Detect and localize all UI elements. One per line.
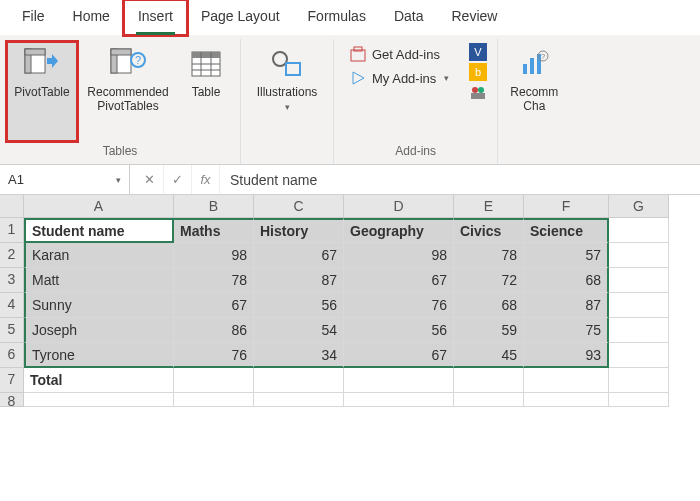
get-addins-button[interactable]: Get Add-ins <box>344 43 455 65</box>
my-addins-button[interactable]: My Add-ins ▾ <box>344 67 455 89</box>
tab-review[interactable]: Review <box>438 0 512 35</box>
cell-C4[interactable]: 56 <box>254 293 344 318</box>
cell-B4[interactable]: 67 <box>174 293 254 318</box>
cell-E6[interactable]: 45 <box>454 343 524 368</box>
cell-C5[interactable]: 54 <box>254 318 344 343</box>
cell-F1[interactable]: Science <box>524 218 609 243</box>
pivottable-button[interactable]: PivotTable <box>6 41 78 142</box>
name-box-value: A1 <box>8 172 24 187</box>
col-head-E[interactable]: E <box>454 195 524 218</box>
name-box[interactable]: A1 ▾ <box>0 165 130 194</box>
cell-D5[interactable]: 56 <box>344 318 454 343</box>
cell-E4[interactable]: 68 <box>454 293 524 318</box>
cell-A6[interactable]: Tyrone <box>24 343 174 368</box>
cell-G2[interactable] <box>609 243 669 268</box>
tab-home[interactable]: Home <box>59 0 124 35</box>
tab-insert[interactable]: Insert <box>124 0 187 35</box>
spreadsheet-grid[interactable]: A B C D E F G 1 Student name Maths Histo… <box>0 195 700 407</box>
cell-F7[interactable] <box>524 368 609 393</box>
cell-G6[interactable] <box>609 343 669 368</box>
row-head-6[interactable]: 6 <box>0 343 24 368</box>
cell-G5[interactable] <box>609 318 669 343</box>
cell-G7[interactable] <box>609 368 669 393</box>
cell-D2[interactable]: 98 <box>344 243 454 268</box>
group-addins-label: Add-ins <box>395 142 436 162</box>
cell-D6[interactable]: 67 <box>344 343 454 368</box>
col-head-D[interactable]: D <box>344 195 454 218</box>
cell-D7[interactable] <box>344 368 454 393</box>
cell-D8[interactable] <box>344 393 454 407</box>
row-head-2[interactable]: 2 <box>0 243 24 268</box>
cell-A3[interactable]: Matt <box>24 268 174 293</box>
tab-formulas[interactable]: Formulas <box>294 0 380 35</box>
cell-A4[interactable]: Sunny <box>24 293 174 318</box>
recommended-charts-button[interactable]: ? RecommCha <box>504 41 564 142</box>
cell-G8[interactable] <box>609 393 669 407</box>
insert-function-button[interactable]: fx <box>192 165 220 194</box>
cell-E7[interactable] <box>454 368 524 393</box>
cell-E2[interactable]: 78 <box>454 243 524 268</box>
cell-G4[interactable] <box>609 293 669 318</box>
cell-B8[interactable] <box>174 393 254 407</box>
formula-input[interactable]: Student name <box>220 165 700 194</box>
cell-B2[interactable]: 98 <box>174 243 254 268</box>
cell-B3[interactable]: 78 <box>174 268 254 293</box>
row-head-5[interactable]: 5 <box>0 318 24 343</box>
bing-icon[interactable]: b <box>469 63 487 81</box>
tab-page-layout[interactable]: Page Layout <box>187 0 294 35</box>
tab-data[interactable]: Data <box>380 0 438 35</box>
cell-A1[interactable]: Student name <box>24 218 174 243</box>
svg-rect-5 <box>111 49 131 55</box>
cell-D3[interactable]: 67 <box>344 268 454 293</box>
row-head-4[interactable]: 4 <box>0 293 24 318</box>
cell-D4[interactable]: 76 <box>344 293 454 318</box>
cell-F6[interactable]: 93 <box>524 343 609 368</box>
cell-B6[interactable]: 76 <box>174 343 254 368</box>
col-head-G[interactable]: G <box>609 195 669 218</box>
illustrations-button[interactable]: Illustrations▾ <box>247 41 327 142</box>
cell-G3[interactable] <box>609 268 669 293</box>
cell-F8[interactable] <box>524 393 609 407</box>
cell-F2[interactable]: 57 <box>524 243 609 268</box>
people-icon[interactable] <box>469 83 487 101</box>
select-all-corner[interactable] <box>0 195 24 218</box>
cell-F3[interactable]: 68 <box>524 268 609 293</box>
row-head-7[interactable]: 7 <box>0 368 24 393</box>
cell-B5[interactable]: 86 <box>174 318 254 343</box>
col-head-C[interactable]: C <box>254 195 344 218</box>
cell-B1[interactable]: Maths <box>174 218 254 243</box>
cell-A2[interactable]: Karan <box>24 243 174 268</box>
col-head-B[interactable]: B <box>174 195 254 218</box>
cell-C8[interactable] <box>254 393 344 407</box>
chart-icon: ? <box>514 47 554 81</box>
cell-B7[interactable] <box>174 368 254 393</box>
recommended-pivottables-button[interactable]: ? Recommended PivotTables <box>78 41 178 142</box>
cell-C1[interactable]: History <box>254 218 344 243</box>
cell-E1[interactable]: Civics <box>454 218 524 243</box>
tab-file[interactable]: File <box>8 0 59 35</box>
cell-A7[interactable]: Total <box>24 368 174 393</box>
cell-A8[interactable] <box>24 393 174 407</box>
cell-E3[interactable]: 72 <box>454 268 524 293</box>
cell-F4[interactable]: 87 <box>524 293 609 318</box>
row-head-8[interactable]: 8 <box>0 393 24 407</box>
cell-A5[interactable]: Joseph <box>24 318 174 343</box>
visio-icon[interactable]: V <box>469 43 487 61</box>
addins-icon <box>350 70 366 86</box>
cell-G1[interactable] <box>609 218 669 243</box>
col-head-A[interactable]: A <box>24 195 174 218</box>
cell-E8[interactable] <box>454 393 524 407</box>
cell-C7[interactable] <box>254 368 344 393</box>
cell-F5[interactable]: 75 <box>524 318 609 343</box>
enter-formula-button[interactable]: ✓ <box>164 165 192 194</box>
row-head-3[interactable]: 3 <box>0 268 24 293</box>
cell-C6[interactable]: 34 <box>254 343 344 368</box>
cell-C3[interactable]: 87 <box>254 268 344 293</box>
cell-E5[interactable]: 59 <box>454 318 524 343</box>
table-button[interactable]: Table <box>178 41 234 142</box>
col-head-F[interactable]: F <box>524 195 609 218</box>
cancel-formula-button[interactable]: ✕ <box>136 165 164 194</box>
cell-D1[interactable]: Geography <box>344 218 454 243</box>
cell-C2[interactable]: 67 <box>254 243 344 268</box>
row-head-1[interactable]: 1 <box>0 218 24 243</box>
